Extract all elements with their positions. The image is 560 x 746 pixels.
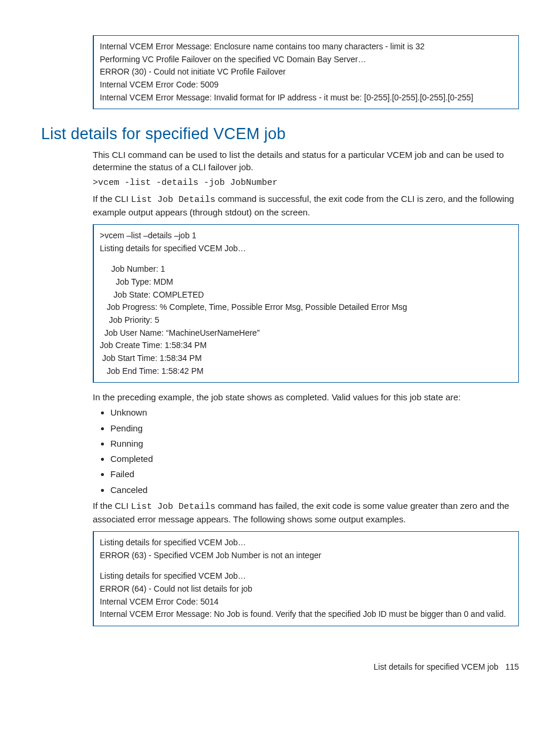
box1-line: Internal VCEM Error Message: Enclosure n… <box>100 40 512 53</box>
command-syntax: >vcem -list -details -job JobNumber <box>93 177 519 189</box>
list-item: Failed <box>110 468 519 480</box>
list-item: Unknown <box>110 407 519 418</box>
box3-line: Internal VCEM Error Message: No Job is f… <box>100 608 512 621</box>
errorbox-top: Internal VCEM Error Message: Enclosure n… <box>93 35 519 109</box>
job-row: Job End Time: 1:58:42 PM <box>100 365 512 378</box>
para-preceding: In the preceding example, the job state … <box>93 391 519 403</box>
box2-sub: Listing details for specified VCEM Job… <box>100 242 512 255</box>
page-number: 115 <box>505 662 519 671</box>
job-row: Job Progress: % Complete, Time, Possible… <box>100 301 512 314</box>
footer-title: List details for specified VCEM job <box>374 662 498 671</box>
para-success: If the CLI List Job Details command is s… <box>93 193 519 218</box>
job-row: Job Number: 1 <box>100 263 512 276</box>
job-row: Job Start Time: 1:58:34 PM <box>100 352 512 365</box>
list-item: Canceled <box>110 484 519 496</box>
job-row: Job Type: MDM <box>100 276 512 289</box>
blank-line <box>100 255 512 263</box>
box1-line: Internal VCEM Error Code: 5009 <box>100 79 512 92</box>
box3-line: Internal VCEM Error Code: 5014 <box>100 596 512 609</box>
box3-line: Listing details for specified VCEM Job… <box>100 570 512 583</box>
box1-line: ERROR (30) - Could not initiate VC Profi… <box>100 66 512 79</box>
list-item: Running <box>110 438 519 450</box>
outputbox-jobdetails: >vcem –list –details –job 1 Listing deta… <box>93 224 519 383</box>
section-heading: List details for specified VCEM job <box>41 123 519 144</box>
para4-a: If the CLI <box>93 501 131 511</box>
job-row: Job Priority: 5 <box>100 314 512 327</box>
valid-states-list: Unknown Pending Running Completed Failed… <box>110 407 519 496</box>
blank-line <box>100 562 512 570</box>
box3-line: Listing details for specified VCEM Job… <box>100 536 512 549</box>
page-footer: List details for specified VCEM job 115 <box>41 661 519 673</box>
para2-a: If the CLI <box>93 194 131 204</box>
para-intro: This CLI command can be used to list the… <box>93 148 519 173</box>
box3-line: ERROR (63) - Specified VCEM Job Number i… <box>100 549 512 562</box>
list-item: Completed <box>110 453 519 465</box>
job-row: Job User Name: “MachineUserNameHere” <box>100 327 512 340</box>
para-failed: If the CLI List Job Details command has … <box>93 499 519 525</box>
job-row: Job Create Time: 1:58:34 PM <box>100 339 512 352</box>
job-row: Job State: COMPLETED <box>100 289 512 302</box>
errorbox-bottom: Listing details for specified VCEM Job… … <box>93 531 519 626</box>
inline-code: List Job Details <box>131 502 215 512</box>
box2-cmd: >vcem –list –details –job 1 <box>100 229 512 242</box>
box1-line: Internal VCEM Error Message: Invalid for… <box>100 92 512 104</box>
inline-code: List Job Details <box>131 195 215 205</box>
box3-line: ERROR (64) - Could not list details for … <box>100 583 512 596</box>
list-item: Pending <box>110 423 519 434</box>
box1-line: Performing VC Profile Failover on the sp… <box>100 53 512 66</box>
